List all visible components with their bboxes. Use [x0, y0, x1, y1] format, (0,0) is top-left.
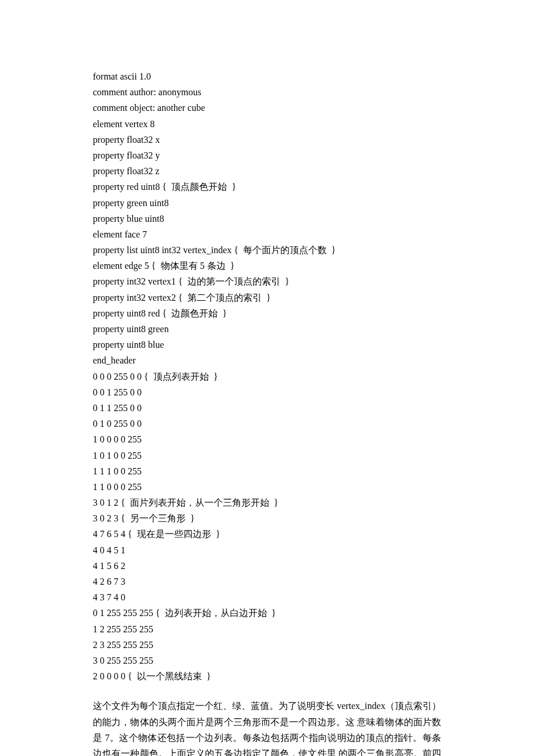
code-line: 0 1 255 255 255 { 边列表开始，从白边开始 }	[93, 605, 441, 621]
code-line: 0 0 1 255 0 0	[93, 384, 441, 400]
code-line: property int32 vertex2 { 第二个顶点的索引 }	[93, 290, 441, 305]
code-line: property float32 y	[93, 147, 441, 163]
code-line: 4 3 7 4 0	[93, 589, 441, 605]
code-line: 1 1 1 0 0 255	[93, 463, 441, 479]
code-line: property green uint8	[93, 195, 441, 211]
code-line: element vertex 8	[93, 116, 441, 132]
code-line: 3 0 255 255 255	[93, 653, 441, 668]
code-line: property list uint8 int32 vertex_index {…	[93, 242, 441, 258]
code-line: 1 2 255 255 255	[93, 621, 441, 637]
code-line: element face 7	[93, 226, 441, 242]
code-line: end_header	[93, 352, 441, 368]
explanation-paragraph: 这个文件为每个顶点指定一个红、绿、蓝值。为了说明变长 vertex_index（…	[93, 698, 441, 756]
code-line: 2 0 0 0 0 { 以一个黑线结束 }	[93, 668, 441, 684]
code-line: 3 0 1 2 { 面片列表开始，从一个三角形开始 }	[93, 495, 441, 510]
code-line: 4 1 5 6 2	[93, 558, 441, 574]
code-line: 1 0 1 0 0 255	[93, 448, 441, 463]
code-line: 4 7 6 5 4 { 现在是一些四边形 }	[93, 526, 441, 542]
code-line: 1 1 0 0 0 255	[93, 479, 441, 495]
code-line: property red uint8 { 顶点颜色开始 }	[93, 179, 441, 195]
ply-code-block: format ascii 1.0comment author: anonymou…	[93, 69, 441, 684]
code-line: property uint8 red { 边颜色开始 }	[93, 305, 441, 321]
code-line: 0 0 0 255 0 0 { 顶点列表开始 }	[93, 369, 441, 384]
code-line: 4 2 6 7 3	[93, 574, 441, 589]
code-line: property uint8 green	[93, 321, 441, 337]
code-line: 2 3 255 255 255	[93, 637, 441, 653]
code-line: 1 0 0 0 0 255	[93, 431, 441, 447]
document-page: format ascii 1.0comment author: anonymou…	[0, 0, 534, 756]
code-line: property int32 vertex1 { 边的第一个顶点的索引 }	[93, 273, 441, 289]
code-line: property float32 z	[93, 163, 441, 179]
code-line: 0 1 1 255 0 0	[93, 400, 441, 416]
code-line: property uint8 blue	[93, 337, 441, 352]
code-line: comment author: anonymous	[93, 84, 441, 100]
code-line: comment object: another cube	[93, 100, 441, 116]
code-line: 3 0 2 3 { 另一个三角形 }	[93, 510, 441, 526]
code-line: 4 0 4 5 1	[93, 542, 441, 558]
code-line: property blue uint8	[93, 211, 441, 226]
code-line: property float32 x	[93, 132, 441, 147]
code-line: format ascii 1.0	[93, 69, 441, 84]
code-line: 0 1 0 255 0 0	[93, 416, 441, 431]
code-line: element edge 5 { 物体里有 5 条边 }	[93, 258, 441, 273]
